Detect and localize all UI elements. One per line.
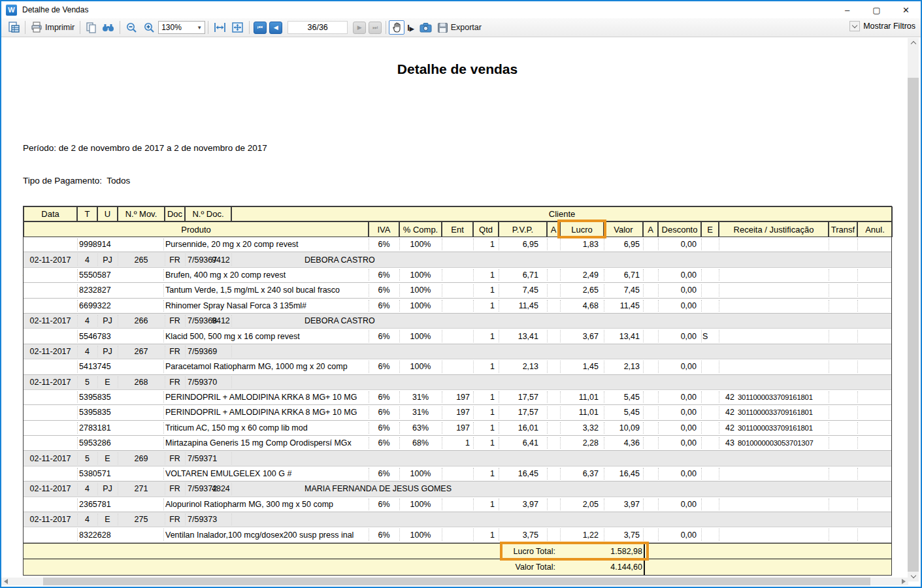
document-group-row: 02-11-20175E269FR7/59371 [24,451,891,466]
column-separator [77,361,78,372]
page-indicator-field[interactable]: 36/36 [288,21,348,34]
page-setup-button[interactable] [5,20,22,35]
column-separator [857,284,858,296]
column-separator [77,498,78,510]
find-button[interactable] [99,21,117,35]
cell-product-name: Mirtazapina Generis 15 mg Comp Orodisper… [165,436,367,450]
cell-valor: 13,41 [604,329,643,343]
minimize-button[interactable]: – [832,1,862,18]
save-export-icon [437,22,448,33]
copy-button[interactable] [83,21,99,35]
column-separator [643,529,644,540]
column-separator [77,468,78,480]
cell-valor: 6,71 [604,268,643,282]
previous-page-button[interactable]: ◀ [269,22,282,34]
column-separator [547,269,548,281]
last-page-button[interactable]: ⏭ [369,22,382,34]
zoom-level-select[interactable]: 130% ▼ [158,21,205,34]
toolbar-separator [249,21,250,34]
text-select-tool-button[interactable]: I▶ [404,22,417,34]
cell-valor: 16,45 [604,466,643,481]
column-separator [231,514,232,525]
cell-pvp: 13,41 [499,329,547,343]
scroll-down-arrow[interactable] [908,572,919,581]
show-filters-label: Mostrar Filtros [863,22,915,31]
cell-comp-percent: 100% [399,497,442,512]
column-separator [643,330,644,342]
vertical-scrollbar-thumb[interactable] [908,78,919,573]
lucro-total-row: Lucro Total:1.582,98 [24,543,891,559]
cell-product-code: 8232827 [79,283,161,297]
filter-line-periodo: Período: de 2 de novembro de 2017 a 2 de… [23,143,271,154]
cell-desconto: 0,00 [658,268,701,282]
column-separator [643,391,644,403]
cell-date: 02-11-2017 [24,375,77,389]
cell-comp-percent: 68% [399,436,442,450]
horizontal-scrollbar[interactable] [1,578,908,585]
column-separator [231,452,232,464]
column-separator [163,361,164,372]
cell-product-code: 6699322 [79,299,161,313]
cell-ent: 197 [442,405,473,419]
col-header-desconto: Desconto [658,221,701,237]
show-filters-control[interactable]: Mostrar Filtros [849,21,915,31]
cell-lucro: 1,22 [560,527,604,542]
cell-product-name: Ventilan Inalador,100 mcg/dosex200 susp … [165,527,367,542]
cell-product-name: Pursennide, 20 mg x 20 comp revest [165,237,367,252]
scroll-left-arrow[interactable] [1,578,10,585]
close-button[interactable]: ✕ [891,1,921,18]
cell-t: 4 [77,344,97,359]
product-row: 9998914Pursennide, 20 mg x 20 comp reves… [24,237,891,252]
hand-tool-button[interactable] [389,20,404,35]
col-header-t: T [77,206,97,221]
col-header-cliente: Cliente [231,206,893,221]
cell-pvp: 17,57 [499,405,547,419]
cell-product-name: Tantum Verde, 1,5 mg/mL x 240 sol bucal … [165,283,367,297]
product-row: 2365781Alopurinol Ratiopharm MG, 300 mg … [24,497,891,512]
fit-page-button[interactable] [229,20,246,35]
maximize-button[interactable]: ▢ [862,1,891,18]
cell-t: 5 [77,451,97,465]
cell-num-doc: 7/59373 [188,512,231,527]
zoom-level-value: 130% [161,23,182,32]
export-button[interactable]: Exportar [435,21,484,35]
product-row: 8232827Tantum Verde, 1,5 mg/mL x 240 sol… [24,283,891,298]
cell-t: 4 [77,314,97,328]
column-separator [231,376,232,388]
col-header-anul-: Anul. [857,221,893,237]
scroll-right-arrow[interactable] [899,578,908,585]
vertical-scrollbar[interactable] [908,38,919,581]
zoom-out-button[interactable] [123,20,140,35]
cell-desconto: 0,00 [658,283,701,297]
column-separator [185,452,186,464]
total-label: Valor Total: [416,559,555,575]
column-separator [77,529,78,540]
cell-lucro: 4,68 [560,299,604,313]
zoom-in-button[interactable] [140,20,158,35]
column-separator [857,529,858,540]
scroll-up-arrow[interactable] [908,38,919,48]
print-button[interactable]: Imprimir [28,20,77,35]
product-row: 8322628Ventilan Inalador,100 mcg/dosex20… [24,527,891,542]
cell-date: 02-11-2017 [24,451,77,465]
col-header-e: E [701,221,719,237]
snapshot-tool-button[interactable] [417,21,435,34]
cell-client-code: 9412 [212,314,264,328]
cell-desconto: 0,00 [658,329,701,343]
show-filters-chevron-button[interactable] [849,21,860,31]
column-separator [163,406,164,418]
column-separator [719,300,719,312]
fit-width-button[interactable] [211,20,229,35]
cell-date: 02-11-2017 [24,252,77,267]
column-separator [163,269,164,281]
col-header-doc: Doc [165,206,185,221]
total-cell-border [644,544,645,559]
column-separator [643,406,644,418]
first-page-button[interactable]: ⏮ [254,22,267,34]
column-separator [77,238,78,250]
cell-lucro: 3,67 [560,329,604,343]
cell-qtd: 1 [473,405,499,419]
cell-product-code: 9998914 [79,237,161,252]
horizontal-scrollbar-thumb[interactable] [43,578,870,585]
next-page-button[interactable]: ▶ [353,22,366,34]
